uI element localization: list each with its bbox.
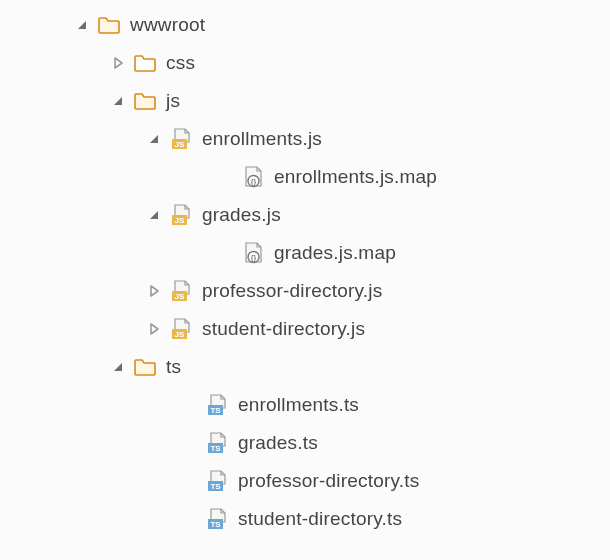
folder-js[interactable]: js	[0, 82, 610, 120]
folder-ts[interactable]: ts	[0, 348, 610, 386]
js-file-icon: JS	[170, 128, 192, 150]
file-enrollments-js[interactable]: JS enrollments.js	[0, 120, 610, 158]
tree-item-label: wwwroot	[130, 14, 205, 36]
folder-wwwroot[interactable]: wwwroot	[0, 6, 610, 44]
file-student-directory-ts[interactable]: TS student-directory.ts	[0, 500, 610, 538]
tree-item-label: enrollments.ts	[238, 394, 359, 416]
chevron-right-icon[interactable]	[144, 281, 164, 301]
folder-icon	[134, 52, 156, 74]
folder-open-icon	[98, 14, 120, 36]
file-grades-ts[interactable]: TS grades.ts	[0, 424, 610, 462]
tree-item-label: professor-directory.js	[202, 280, 382, 302]
tree-item-label: enrollments.js.map	[274, 166, 437, 188]
tree-item-label: grades.ts	[238, 432, 318, 454]
file-professor-directory-ts[interactable]: TS professor-directory.ts	[0, 462, 610, 500]
chevron-down-icon[interactable]	[144, 129, 164, 149]
svg-text:TS: TS	[210, 444, 221, 453]
folder-css[interactable]: css	[0, 44, 610, 82]
svg-text:TS: TS	[210, 406, 221, 415]
tree-item-label: student-directory.ts	[238, 508, 402, 530]
tree-item-label: student-directory.js	[202, 318, 365, 340]
file-professor-directory-js[interactable]: JS professor-directory.js	[0, 272, 610, 310]
svg-text:JS: JS	[175, 292, 185, 301]
svg-text:TS: TS	[210, 482, 221, 491]
svg-text:JS: JS	[175, 330, 185, 339]
tree-item-label: enrollments.js	[202, 128, 322, 150]
ts-file-icon: TS	[206, 508, 228, 530]
chevron-down-icon[interactable]	[108, 91, 128, 111]
chevron-right-icon[interactable]	[108, 53, 128, 73]
ts-file-icon: TS	[206, 394, 228, 416]
js-file-icon: JS	[170, 280, 192, 302]
ts-file-icon: TS	[206, 470, 228, 492]
file-enrollments-ts[interactable]: TS enrollments.ts	[0, 386, 610, 424]
chevron-down-icon[interactable]	[108, 357, 128, 377]
file-enrollments-js-map[interactable]: {} enrollments.js.map	[0, 158, 610, 196]
tree-item-label: professor-directory.ts	[238, 470, 419, 492]
file-student-directory-js[interactable]: JS student-directory.js	[0, 310, 610, 348]
tree-item-label: grades.js	[202, 204, 281, 226]
file-grades-js-map[interactable]: {} grades.js.map	[0, 234, 610, 272]
svg-text:{}: {}	[251, 254, 257, 262]
tree-item-label: js	[166, 90, 180, 112]
chevron-right-icon[interactable]	[144, 319, 164, 339]
map-file-icon: {}	[242, 166, 264, 188]
folder-open-icon	[134, 356, 156, 378]
svg-text:TS: TS	[210, 520, 221, 529]
svg-text:JS: JS	[175, 140, 185, 149]
folder-open-icon	[134, 90, 156, 112]
tree-item-label: ts	[166, 356, 181, 378]
svg-text:JS: JS	[175, 216, 185, 225]
js-file-icon: JS	[170, 204, 192, 226]
file-grades-js[interactable]: JS grades.js	[0, 196, 610, 234]
file-tree: wwwroot css js JS enrollments.js {} enro…	[0, 0, 610, 538]
js-file-icon: JS	[170, 318, 192, 340]
ts-file-icon: TS	[206, 432, 228, 454]
chevron-down-icon[interactable]	[72, 15, 92, 35]
tree-item-label: css	[166, 52, 195, 74]
chevron-down-icon[interactable]	[144, 205, 164, 225]
svg-text:{}: {}	[251, 178, 257, 186]
tree-item-label: grades.js.map	[274, 242, 396, 264]
map-file-icon: {}	[242, 242, 264, 264]
